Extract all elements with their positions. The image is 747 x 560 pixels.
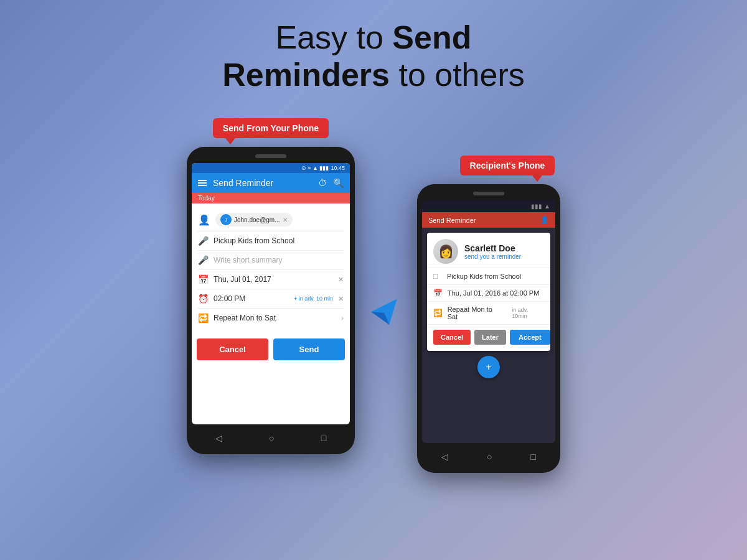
mic-icon-2: 🎤 xyxy=(198,255,209,265)
cancel-button[interactable]: Cancel xyxy=(197,338,268,360)
person-icon: 👤 xyxy=(198,214,210,226)
sender-subtitle: send you a reminder xyxy=(464,253,521,260)
left-phone-wrapper: Send From Your Phone ⊙ ≡ ▲ ▮▮▮ 10:45 Sen… xyxy=(187,118,355,454)
repeat-chevron-icon[interactable]: › xyxy=(341,314,344,322)
left-phone-speaker xyxy=(255,154,286,158)
right-nav-bar: ◁ ○ □ xyxy=(422,446,555,465)
search-icon[interactable]: 🔍 xyxy=(333,178,344,188)
notif-task-row: □ Pickup Kids from School xyxy=(427,268,550,285)
calendar-icon: 📅 xyxy=(198,274,209,284)
repeat-row: 🔁 Repeat Mon to Sat › xyxy=(198,309,344,327)
notif-repeat-icon: 🔁 xyxy=(433,309,443,317)
time-value: 02:00 PM xyxy=(214,294,286,303)
notif-repeat-row: 🔁 Repaat Mon to Sat in adv. 10min xyxy=(427,302,550,325)
right-status-bar: ▮▮▮ ▲ xyxy=(422,200,555,212)
repeat-value: Repeat Mon to Sat xyxy=(214,314,336,322)
mic-icon: 🎤 xyxy=(198,236,209,246)
right-home-icon[interactable]: ○ xyxy=(487,452,492,462)
phones-area: Send From Your Phone ⊙ ≡ ▲ ▮▮▮ 10:45 Sen… xyxy=(187,118,560,473)
right-person-icon: 👤 xyxy=(540,216,549,224)
right-phone: ▮▮▮ ▲ Send Reminder 👤 👩 Scarlett Doe sen… xyxy=(417,184,560,473)
home-icon[interactable]: ○ xyxy=(269,433,274,443)
headline-line1-bold: Send xyxy=(392,19,471,55)
notif-date-icon: 📅 xyxy=(433,289,443,297)
chip-email: John.doe@gm... xyxy=(234,217,280,223)
notif-repeat-inline: in adv. 10min xyxy=(512,307,544,319)
notif-cancel-button[interactable]: Cancel xyxy=(433,330,471,345)
notif-later-button[interactable]: Later xyxy=(474,330,506,345)
history-icon[interactable]: ⏱ xyxy=(318,178,327,188)
right-phone-speaker xyxy=(473,192,504,195)
back-icon[interactable]: ◁ xyxy=(215,433,222,443)
recipient-chip[interactable]: J John.doe@gm... ✕ xyxy=(215,213,293,226)
send-button[interactable]: Send xyxy=(273,338,345,360)
notif-buttons: Cancel Later Accept xyxy=(427,325,550,351)
notif-task-icon: □ xyxy=(433,272,442,281)
notif-date-row: 📅 Thu, Jul 01, 2016 at 02:00 PM xyxy=(427,285,550,302)
headline-line1-normal: Easy to xyxy=(275,19,392,55)
summary-placeholder: Write short summary xyxy=(214,256,344,264)
left-nav-bar: ◁ ○ □ xyxy=(192,427,350,447)
summary-row: 🎤 Write short summary xyxy=(198,251,344,270)
repeat-icon: 🔁 xyxy=(198,313,209,323)
date-clear-icon[interactable]: ✕ xyxy=(338,276,344,284)
send-form: 👤 J John.doe@gm... ✕ 🎤 Pickup Kids from … xyxy=(192,203,350,332)
arrow-connector xyxy=(369,296,400,330)
right-phone-screen: ▮▮▮ ▲ Send Reminder 👤 👩 Scarlett Doe sen… xyxy=(422,200,555,443)
right-phone-wrapper: Recipient's Phone ▮▮▮ ▲ Send Reminder 👤 … xyxy=(417,156,560,473)
date-row: 📅 Thu, Jul 01, 2017 ✕ xyxy=(198,270,344,289)
recipient-row: 👤 J John.doe@gm... ✕ xyxy=(198,208,344,231)
left-phone-screen: ⊙ ≡ ▲ ▮▮▮ 10:45 Send Reminder ⏱ 🔍 Today xyxy=(192,163,350,424)
task-value: Pickup Kids from School xyxy=(214,236,344,245)
form-buttons: Cancel Send xyxy=(192,332,350,365)
recipient-avatar: 👩 xyxy=(433,239,458,264)
advance-label: + in adv. 10 min xyxy=(294,296,333,302)
notif-header: 👩 Scarlett Doe send you a reminder xyxy=(427,233,550,268)
headline-line2-bold: Reminders xyxy=(222,57,390,93)
recents-icon[interactable]: □ xyxy=(321,433,326,443)
toolbar-title: Send Reminder xyxy=(213,178,312,188)
notif-date: Thu, Jul 01, 2016 at 02:00 PM xyxy=(448,289,539,297)
right-app-title: Send Reminder xyxy=(428,217,476,224)
notif-accept-button[interactable]: Accept xyxy=(510,330,550,345)
headline-line2-normal: to others xyxy=(390,57,525,93)
paper-plane-icon xyxy=(369,296,400,327)
chip-close-icon[interactable]: ✕ xyxy=(283,217,288,223)
right-callout: Recipient's Phone xyxy=(460,156,555,175)
clock-icon: ⏰ xyxy=(198,294,209,304)
notif-repeat: Repaat Mon to Sat xyxy=(448,306,504,320)
left-phone: ⊙ ≡ ▲ ▮▮▮ 10:45 Send Reminder ⏱ 🔍 Today xyxy=(187,147,355,454)
chip-avatar: J xyxy=(220,214,232,225)
task-row: 🎤 Pickup Kids from School xyxy=(198,231,344,251)
date-value: Thu, Jul 01, 2017 xyxy=(214,275,333,284)
hamburger-icon[interactable] xyxy=(198,180,207,186)
notification-card: 👩 Scarlett Doe send you a reminder □ Pic… xyxy=(427,233,550,351)
right-back-icon[interactable]: ◁ xyxy=(441,452,448,462)
right-app-bar: Send Reminder 👤 xyxy=(422,212,555,228)
notif-info: Scarlett Doe send you a reminder xyxy=(464,243,521,260)
fab-button[interactable]: + xyxy=(477,356,500,378)
today-bar: Today xyxy=(192,193,350,203)
left-callout: Send From Your Phone xyxy=(213,118,329,138)
right-recents-icon[interactable]: □ xyxy=(531,452,536,462)
headline: Easy to Send Reminders to others xyxy=(222,19,525,93)
left-app-toolbar: Send Reminder ⏱ 🔍 xyxy=(192,173,350,193)
notif-task: Pickup Kids from School xyxy=(447,273,521,280)
left-status-icons: ⊙ ≡ ▲ ▮▮▮ xyxy=(301,165,329,171)
left-status-time: 10:45 xyxy=(331,165,345,171)
sender-name: Scarlett Doe xyxy=(464,243,521,253)
left-status-bar: ⊙ ≡ ▲ ▮▮▮ 10:45 xyxy=(192,163,350,173)
right-status-icons: ▮▮▮ ▲ xyxy=(531,203,550,210)
time-clear-icon[interactable]: ✕ xyxy=(338,295,344,303)
time-row: ⏰ 02:00 PM + in adv. 10 min ✕ xyxy=(198,289,344,309)
